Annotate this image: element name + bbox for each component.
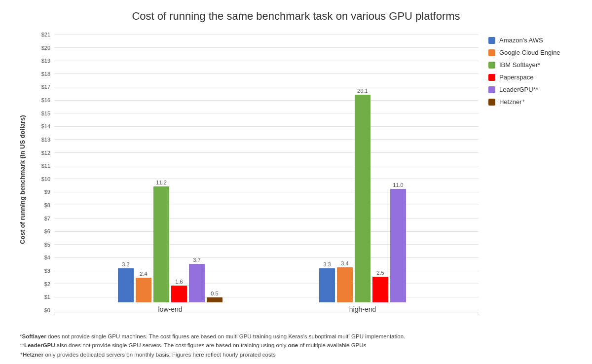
legend: Amazon's AWSGoogle Cloud EngineIBM Softl… bbox=[479, 32, 577, 328]
footnote: **LeaderGPU also does not provide single… bbox=[20, 341, 577, 350]
group-label-high-end: high-end bbox=[266, 305, 459, 313]
group-label-low-end: low-end bbox=[74, 305, 266, 313]
bar-low-end-Amazon's AWS bbox=[118, 268, 134, 302]
bar-low-end-Google Cloud Engine bbox=[136, 278, 151, 302]
bar-low-end-Hetzner+ bbox=[207, 297, 222, 302]
bar-wrap-high-end-3: 2.5 bbox=[372, 270, 388, 302]
legend-label: IBM Softlayer* bbox=[499, 61, 540, 69]
bar-value-label: 2.5 bbox=[376, 270, 384, 276]
bar-low-end-IBM Softlayer* bbox=[153, 186, 169, 302]
group-bars-high-end: 3.33.420.12.511.0 bbox=[319, 88, 406, 302]
legend-label: Paperspace bbox=[499, 73, 533, 81]
bar-wrap-high-end-4: 11.0 bbox=[390, 182, 406, 302]
bar-high-end-Amazon's AWS bbox=[319, 268, 335, 302]
legend-label: Amazon's AWS bbox=[499, 36, 543, 44]
bar-value-label: 3.3 bbox=[122, 261, 129, 267]
bar-value-label: 20.1 bbox=[357, 88, 368, 94]
bar-value-label: 3.3 bbox=[323, 261, 331, 267]
bar-value-label: 11.2 bbox=[156, 180, 166, 185]
bar-value-label: 3.4 bbox=[341, 260, 348, 266]
bar-wrap-low-end-1: 2.4 bbox=[136, 271, 151, 302]
bar-wrap-low-end-0: 3.3 bbox=[118, 261, 134, 302]
bar-wrap-low-end-2: 11.2 bbox=[153, 180, 169, 302]
bar-value-label: 1.6 bbox=[175, 279, 183, 285]
bar-high-end-Paperspace bbox=[372, 277, 388, 302]
bar-wrap-high-end-2: 20.1 bbox=[355, 88, 370, 302]
legend-label: Hetzner⁺ bbox=[499, 98, 525, 106]
legend-item-Amazon's AWS: Amazon's AWS bbox=[488, 36, 577, 44]
bar-wrap-low-end-3: 1.6 bbox=[171, 279, 187, 302]
bar-group-high-end: 3.33.420.12.511.0high-end bbox=[266, 88, 459, 313]
legend-color-swatch bbox=[488, 62, 495, 69]
y-axis-label: Cost of running benchmark (in US dollars… bbox=[15, 32, 30, 328]
bar-low-end-LeaderGPU** bbox=[189, 264, 205, 302]
chart-main: $0$1$2$3$4$5$6$7$8$9$10$11$12$13$14$15$1… bbox=[30, 32, 479, 328]
legend-color-swatch bbox=[488, 74, 495, 81]
legend-item-Hetzner⁺: Hetzner⁺ bbox=[488, 98, 577, 106]
bar-group-low-end: 3.32.411.21.63.70.5low-end bbox=[74, 180, 266, 313]
legend-color-swatch bbox=[488, 86, 495, 93]
bar-value-label: 0.5 bbox=[211, 291, 218, 296]
bar-value-label: 3.7 bbox=[193, 257, 200, 263]
bar-wrap-high-end-0: 3.3 bbox=[319, 261, 335, 302]
legend-item-IBM Softlayer*: IBM Softlayer* bbox=[488, 61, 577, 69]
legend-item-Paperspace: Paperspace bbox=[488, 73, 577, 81]
footnote: ⁺Hetzner only provides dedicated servers… bbox=[20, 350, 577, 359]
chart-grid-bars: $0$1$2$3$4$5$6$7$8$9$10$11$12$13$14$15$1… bbox=[30, 32, 479, 328]
bar-wrap-low-end-4: 3.7 bbox=[189, 257, 205, 302]
legend-color-swatch bbox=[488, 99, 495, 106]
bar-value-label: 11.0 bbox=[393, 182, 403, 188]
bar-high-end-LeaderGPU** bbox=[390, 189, 406, 302]
footnote: *Softlayer does not provide single GPU m… bbox=[20, 332, 577, 341]
bar-high-end-Google Cloud Engine bbox=[337, 267, 353, 302]
bar-high-end-IBM Softlayer* bbox=[355, 95, 370, 302]
bar-value-label: 2.4 bbox=[140, 271, 147, 277]
footnotes: *Softlayer does not provide single GPU m… bbox=[15, 332, 577, 359]
bars-container: 3.32.411.21.63.70.5low-end3.33.420.12.51… bbox=[54, 32, 479, 313]
legend-label: Google Cloud Engine bbox=[499, 49, 560, 56]
legend-color-swatch bbox=[488, 37, 495, 44]
legend-label: LeaderGPU** bbox=[499, 86, 538, 93]
bar-wrap-low-end-5: 0.5 bbox=[207, 291, 222, 302]
bar-wrap-high-end-1: 3.4 bbox=[337, 260, 353, 302]
legend-item-LeaderGPU**: LeaderGPU** bbox=[488, 86, 577, 93]
legend-item-Google Cloud Engine: Google Cloud Engine bbox=[488, 49, 577, 56]
bar-low-end-Paperspace bbox=[171, 286, 187, 302]
group-bars-low-end: 3.32.411.21.63.70.5 bbox=[118, 180, 222, 302]
chart-title: Cost of running the same benchmark task … bbox=[132, 10, 460, 23]
legend-color-swatch bbox=[488, 49, 495, 56]
